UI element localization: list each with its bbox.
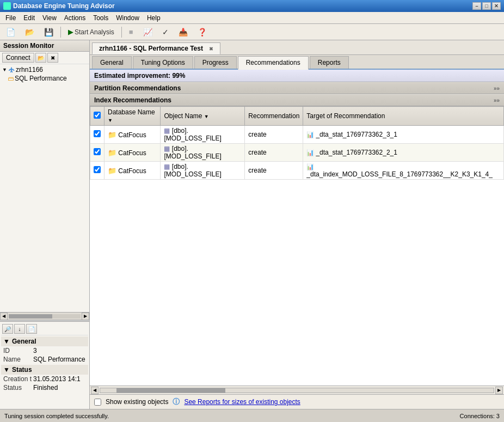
left-scroll-left[interactable]: ◀: [0, 313, 8, 320]
col-recommendation[interactable]: Recommendation: [245, 107, 303, 126]
menu-file[interactable]: File: [2, 13, 19, 23]
col-object-name[interactable]: Object Name ▼: [161, 107, 245, 126]
apply-icon: ✓: [162, 28, 169, 36]
partition-collapse-icon[interactable]: »»: [494, 85, 500, 91]
title-bar-text: Database Engine Tuning Advisor: [13, 2, 115, 10]
bottom-scrollbar[interactable]: ◀ ▶: [90, 386, 504, 394]
server-icon: 🛧: [9, 66, 15, 73]
name-label: Name: [3, 356, 33, 363]
col-target[interactable]: Target of Recommendation: [303, 107, 504, 126]
left-scroll-right[interactable]: ▶: [82, 313, 89, 320]
session-monitor-header: Session Monitor: [0, 40, 89, 52]
table-icon: ▦: [164, 127, 171, 134]
menu-tools[interactable]: Tools: [90, 13, 112, 23]
toolbar-separator-1: [60, 27, 61, 38]
doc-tab-close[interactable]: ✖: [209, 46, 213, 52]
toolbar-apply-btn[interactable]: ✓: [158, 26, 173, 38]
row-checkbox-1[interactable]: [94, 148, 101, 155]
play-icon: ▶: [68, 28, 73, 36]
app-icon: [3, 2, 11, 10]
index-section-header: Index Recommendations »»: [90, 94, 504, 106]
toolbar-sm-btn-1[interactable]: 📂: [35, 53, 46, 63]
main-container: Session Monitor Connect 📂 ✖ ▼ 🛧 zrhn1166…: [0, 40, 504, 409]
creation-label: Creation t: [3, 375, 33, 383]
status-expand: ▼: [3, 366, 10, 374]
cell-database-2: 📁 CatFocus: [105, 162, 161, 180]
props-btn-2[interactable]: ↓: [14, 324, 25, 334]
toolbar-eval-btn[interactable]: 📈: [139, 26, 156, 38]
props-btn-1[interactable]: 🔎: [2, 324, 13, 334]
table-row: 📁 CatFocus▦ [dbo].[MOD_LOSS_FILE]create📊…: [90, 162, 504, 180]
toolbar-sm-btn-2[interactable]: ✖: [47, 53, 58, 63]
recommendations-table-container[interactable]: Database Name ▼ Object Name ▼ Recommenda…: [90, 106, 504, 386]
cell-target-2: 📊 _dta_index_MOD_LOSS_FILE_8_1769773362_…: [303, 162, 504, 180]
cell-object-1: ▦ [dbo].[MOD_LOSS_FILE]: [161, 144, 245, 162]
id-label: ID: [3, 347, 33, 354]
doc-tab-bar: zrhn1166 - SQL Performance Test ✖: [90, 40, 504, 55]
title-bar: Database Engine Tuning Advisor – □ ✕: [0, 0, 504, 12]
content-panel: zrhn1166 - SQL Performance Test ✖ Genera…: [90, 40, 504, 409]
cell-recommendation-0: create: [245, 126, 303, 144]
menu-actions[interactable]: Actions: [61, 13, 89, 23]
cell-object-0: ▦ [dbo].[MOD_LOSS_FILE]: [161, 126, 245, 144]
connect-button[interactable]: Connect: [2, 53, 34, 63]
props-status-row: Status Finished: [1, 383, 88, 392]
table-row: 📁 CatFocus▦ [dbo].[MOD_LOSS_FILE]create📊…: [90, 144, 504, 162]
menu-help[interactable]: Help: [144, 13, 164, 23]
col-database-name[interactable]: Database Name ▼: [105, 107, 161, 126]
toolbar-stop-btn: ■: [125, 26, 137, 38]
index-collapse-icon[interactable]: »»: [494, 97, 500, 103]
menu-window[interactable]: Window: [113, 13, 143, 23]
expand-icon: ▼: [2, 67, 8, 72]
tab-tuning-options[interactable]: Tuning Options: [133, 56, 193, 69]
name-value: SQL Performance: [33, 356, 86, 363]
toolbar-help-btn[interactable]: ❓: [194, 26, 211, 38]
toolbar-separator-2: [121, 27, 122, 38]
stat-icon: 📊: [306, 131, 316, 138]
report-link[interactable]: See Reports for sizes of existing object…: [184, 398, 300, 406]
menu-edit[interactable]: Edit: [20, 13, 38, 23]
h-scrollbar-thumb[interactable]: [116, 388, 225, 393]
stop-icon: ■: [129, 28, 133, 36]
folder-icon: 📁: [108, 167, 116, 175]
toolbar-open-btn[interactable]: 📂: [21, 26, 38, 38]
tab-content: Estimated improvement: 99% Partition Rec…: [90, 70, 504, 409]
tree-root-expand[interactable]: ▼ 🛧 zrhn1166: [1, 65, 88, 74]
improvement-banner: Estimated improvement: 99%: [90, 70, 504, 82]
select-all-checkbox[interactable]: [94, 112, 101, 119]
h-scroll-right[interactable]: ▶: [495, 387, 503, 394]
server-node-label: zrhn1166: [16, 66, 43, 74]
tab-reports[interactable]: Reports: [310, 56, 349, 69]
stat-icon: 📊: [306, 149, 316, 156]
start-analysis-button[interactable]: ▶ Start Analysis: [64, 26, 118, 38]
cell-database-1: 📁 CatFocus: [105, 144, 161, 162]
tab-recommendations[interactable]: Recommendations: [238, 56, 309, 70]
open-icon: 📂: [25, 28, 34, 36]
show-existing-checkbox[interactable]: [94, 399, 101, 406]
menu-view[interactable]: View: [39, 13, 60, 23]
toolbar-new-btn[interactable]: 📄: [2, 26, 19, 38]
tree-session-node[interactable]: 🗃 SQL Performance: [1, 74, 88, 83]
cell-target-0: 📊 _dta_stat_1769773362_3_1: [303, 126, 504, 144]
doc-tab-main[interactable]: zrhn1166 - SQL Performance Test ✖: [92, 42, 220, 54]
table-icon: ▦: [164, 163, 171, 170]
start-analysis-label: Start Analysis: [75, 28, 114, 36]
close-button[interactable]: ✕: [492, 2, 501, 10]
toolbar-export-btn: 📥: [175, 26, 192, 38]
menu-bar: File Edit View Actions Tools Window Help: [0, 12, 504, 24]
left-h-scrollbar[interactable]: ◀ ▶: [0, 312, 89, 320]
help-icon: ❓: [198, 28, 207, 36]
row-checkbox-2[interactable]: [94, 166, 101, 173]
cell-database-0: 📁 CatFocus: [105, 126, 161, 144]
h-scroll-left[interactable]: ◀: [91, 387, 99, 394]
tab-general[interactable]: General: [92, 56, 132, 69]
maximize-button[interactable]: □: [482, 2, 491, 10]
h-scrollbar-track[interactable]: [100, 388, 494, 393]
minimize-button[interactable]: –: [472, 2, 481, 10]
props-btn-3[interactable]: 📄: [26, 324, 37, 334]
show-existing-label: Show existing objects: [106, 398, 168, 406]
tab-progress[interactable]: Progress: [194, 56, 237, 69]
props-creation-row: Creation t 31.05.2013 14:1: [1, 375, 88, 383]
row-checkbox-0[interactable]: [94, 130, 101, 137]
recommendations-table: Database Name ▼ Object Name ▼ Recommenda…: [90, 106, 504, 180]
